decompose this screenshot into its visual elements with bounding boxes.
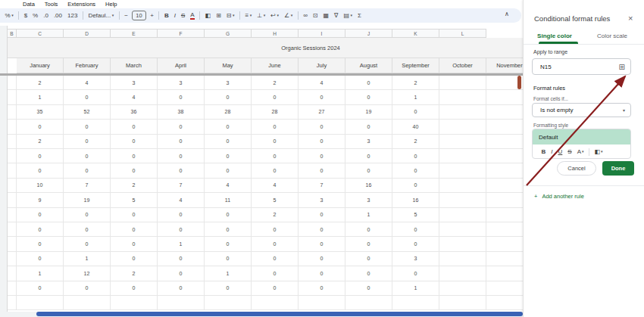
cell[interactable]: 0 bbox=[205, 237, 252, 251]
column-header-G[interactable]: G bbox=[205, 29, 252, 38]
style-fill-color-button[interactable]: ◧▾ bbox=[592, 149, 605, 155]
cell[interactable]: 0 bbox=[111, 237, 158, 251]
cell[interactable] bbox=[8, 135, 17, 149]
cell[interactable]: 0 bbox=[111, 135, 158, 149]
column-header-L[interactable]: L bbox=[439, 29, 486, 38]
select-data-range-icon[interactable]: ⊞ bbox=[619, 63, 625, 71]
cell[interactable]: 19 bbox=[64, 193, 111, 207]
cell[interactable] bbox=[8, 281, 17, 296]
cell[interactable] bbox=[439, 252, 486, 266]
functions-button[interactable]: Σ bbox=[355, 13, 364, 19]
filter-views-button[interactable]: ▤▾ bbox=[341, 13, 355, 19]
cell[interactable] bbox=[439, 237, 486, 251]
menu-help[interactable]: Help bbox=[105, 1, 117, 8]
cell[interactable] bbox=[158, 296, 205, 310]
month-header-cell[interactable]: June bbox=[252, 58, 299, 73]
cell[interactable]: 0 bbox=[345, 252, 392, 266]
cell[interactable]: 4 bbox=[64, 76, 111, 90]
cell[interactable]: 0 bbox=[252, 281, 299, 296]
cell[interactable]: 4 bbox=[205, 179, 252, 193]
cell[interactable]: 0 bbox=[252, 90, 299, 104]
cell[interactable]: 0 bbox=[158, 252, 205, 266]
cell[interactable]: 2 bbox=[252, 76, 299, 90]
cell[interactable]: 0 bbox=[252, 149, 299, 163]
style-underline-button[interactable]: U bbox=[555, 149, 565, 155]
cell[interactable] bbox=[8, 252, 17, 266]
text-color-button[interactable]: A bbox=[188, 12, 197, 20]
cell[interactable]: 0 bbox=[158, 281, 205, 296]
range-input[interactable]: N15 ⊞ bbox=[532, 58, 631, 75]
cell[interactable]: 0 bbox=[17, 163, 64, 178]
column-header-B[interactable]: B bbox=[8, 29, 17, 38]
cell[interactable]: 0 bbox=[111, 163, 158, 178]
month-header-cell[interactable]: July bbox=[299, 58, 345, 73]
cell[interactable]: 0 bbox=[17, 281, 64, 296]
cell[interactable]: 36 bbox=[111, 105, 158, 120]
cell[interactable] bbox=[8, 222, 17, 237]
text-wrap-button[interactable]: ↩▾ bbox=[268, 13, 282, 19]
cell[interactable]: 19 bbox=[345, 105, 392, 120]
cell[interactable]: 7 bbox=[158, 179, 205, 193]
cell[interactable]: 0 bbox=[158, 208, 205, 222]
column-header-C[interactable]: C bbox=[17, 29, 64, 38]
column-header-F[interactable]: F bbox=[158, 29, 205, 38]
cell[interactable] bbox=[486, 105, 523, 120]
collapse-toolbar-icon[interactable]: ∧ bbox=[505, 11, 509, 17]
cell[interactable]: 2 bbox=[111, 179, 158, 193]
cell[interactable] bbox=[486, 252, 523, 266]
cell[interactable]: 1 bbox=[392, 281, 439, 296]
cell[interactable]: 0 bbox=[17, 252, 64, 266]
cell[interactable] bbox=[8, 296, 17, 310]
cell[interactable]: 9 bbox=[17, 193, 64, 207]
cell[interactable]: 0 bbox=[158, 135, 205, 149]
cell[interactable]: 0 bbox=[392, 105, 439, 120]
format-currency-button[interactable]: $ bbox=[21, 13, 30, 19]
done-button[interactable]: Done bbox=[602, 161, 634, 176]
cell[interactable] bbox=[8, 266, 17, 281]
cell[interactable]: 1 bbox=[392, 90, 439, 104]
format-percent-button[interactable]: % bbox=[30, 13, 41, 19]
cell[interactable] bbox=[439, 222, 486, 237]
tab-single-color[interactable]: Single color bbox=[531, 33, 578, 39]
cell[interactable]: 4 bbox=[111, 90, 158, 104]
cell[interactable]: 11 bbox=[205, 193, 252, 207]
cell[interactable]: 0 bbox=[64, 281, 111, 296]
cell[interactable]: 0 bbox=[299, 266, 345, 281]
cell[interactable]: 0 bbox=[252, 222, 299, 237]
month-header-cell[interactable]: August bbox=[345, 58, 392, 73]
cancel-button[interactable]: Cancel bbox=[557, 161, 596, 176]
cell[interactable]: 0 bbox=[345, 281, 392, 296]
merge-cells-button[interactable]: ⊟▾ bbox=[224, 13, 237, 19]
insert-comment-button[interactable]: ⊡ bbox=[310, 13, 320, 19]
cell[interactable]: 0 bbox=[111, 281, 158, 296]
font-size-value[interactable]: 10 bbox=[132, 11, 145, 20]
cell[interactable]: 0 bbox=[345, 120, 392, 134]
font-select[interactable]: Defaul...▾ bbox=[86, 13, 117, 19]
cell[interactable]: 1 bbox=[17, 90, 64, 104]
cell[interactable]: 0 bbox=[392, 222, 439, 237]
cell[interactable]: 4 bbox=[299, 76, 345, 90]
cell[interactable] bbox=[439, 120, 486, 134]
cell[interactable] bbox=[8, 105, 17, 120]
cell[interactable] bbox=[8, 237, 17, 251]
cell[interactable]: 3 bbox=[158, 76, 205, 90]
cell[interactable]: 0 bbox=[158, 90, 205, 104]
cell[interactable] bbox=[486, 296, 523, 310]
cell[interactable]: 5 bbox=[111, 193, 158, 207]
cell[interactable]: 0 bbox=[64, 120, 111, 134]
cell[interactable] bbox=[8, 208, 17, 222]
borders-button[interactable]: ⊞ bbox=[214, 13, 224, 19]
cell[interactable] bbox=[205, 296, 252, 310]
cell[interactable]: 16 bbox=[392, 193, 439, 207]
cell[interactable]: 2 bbox=[392, 76, 439, 90]
decrease-font-size-button[interactable]: − bbox=[122, 13, 131, 19]
cell[interactable]: 0 bbox=[158, 163, 205, 178]
cell[interactable]: 0 bbox=[252, 252, 299, 266]
cell[interactable] bbox=[8, 179, 17, 193]
cell[interactable]: 0 bbox=[205, 208, 252, 222]
cell[interactable]: 0 bbox=[299, 120, 345, 134]
cell[interactable] bbox=[252, 296, 299, 310]
cell[interactable]: 0 bbox=[205, 120, 252, 134]
cell[interactable]: 0 bbox=[205, 281, 252, 296]
column-header-H[interactable]: H bbox=[252, 29, 299, 38]
